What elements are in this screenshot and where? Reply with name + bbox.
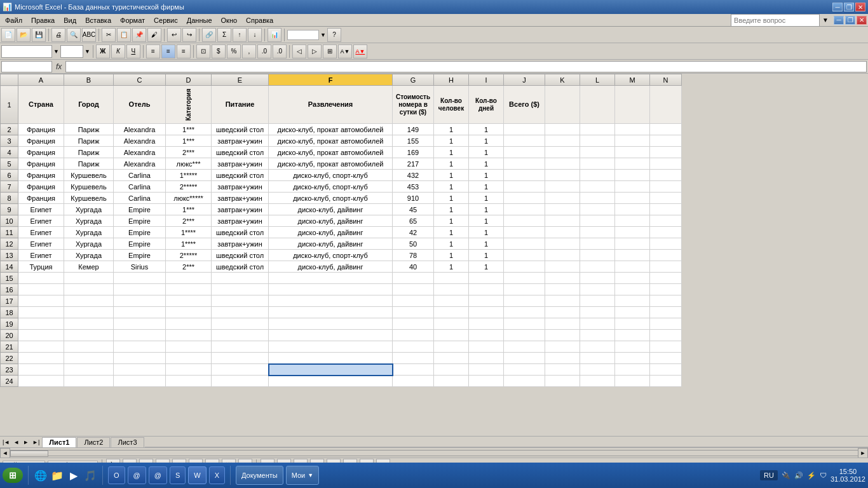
ie-icon[interactable]: 🌐	[34, 468, 48, 482]
scroll-right-btn[interactable]: ►	[858, 448, 868, 458]
col-header-g[interactable]: G	[393, 74, 434, 86]
empty-cell[interactable]	[434, 307, 469, 318]
empty-cell[interactable]	[469, 330, 504, 341]
empty-cell[interactable]	[269, 273, 393, 284]
row-num-18[interactable]: 18	[1, 307, 18, 318]
cell-i[interactable]: 1	[469, 135, 504, 147]
cell-j[interactable]	[504, 170, 545, 181]
cell-g[interactable]: 453	[393, 181, 434, 193]
col-g-label[interactable]: Стоимость номера в сутки ($)	[393, 86, 434, 124]
cell-h[interactable]: 1	[434, 227, 469, 238]
cell-g[interactable]: 149	[393, 124, 434, 135]
cell-g[interactable]: 65	[393, 215, 434, 227]
col-header-f[interactable]: F	[269, 74, 393, 86]
menu-window[interactable]: Окно	[217, 16, 241, 25]
menu-edit[interactable]: Правка	[27, 16, 58, 25]
preview-button[interactable]: 🔍	[67, 28, 81, 42]
sheet-nav-last[interactable]: ►|	[31, 439, 41, 445]
start-button[interactable]: ⊞	[3, 468, 23, 483]
cell-m[interactable]	[615, 204, 650, 215]
cell-a[interactable]: Египет	[18, 204, 64, 215]
empty-cell[interactable]	[615, 330, 650, 341]
menu-file[interactable]: Файл	[1, 16, 26, 25]
cell-f[interactable]: диско-клуб, прокат автомобилей	[269, 158, 393, 170]
col-header-l[interactable]: L	[580, 74, 615, 86]
empty-cell[interactable]	[18, 341, 64, 353]
empty-cell[interactable]	[18, 295, 64, 307]
empty-cell[interactable]	[650, 307, 682, 318]
cell-a[interactable]: Франция	[18, 170, 64, 181]
font-size-input[interactable]: 8	[60, 45, 83, 58]
cell-k[interactable]	[545, 181, 580, 193]
cell-m[interactable]	[615, 261, 650, 273]
restore-button[interactable]: ❐	[844, 3, 854, 11]
cell-j[interactable]	[504, 158, 545, 170]
copy-button[interactable]: 📋	[117, 28, 131, 42]
cell-h[interactable]: 1	[434, 181, 469, 193]
empty-cell[interactable]	[166, 330, 212, 341]
row-num-24[interactable]: 24	[1, 376, 18, 387]
empty-cell[interactable]	[114, 364, 166, 376]
cell-l[interactable]	[580, 215, 615, 227]
cell-f[interactable]: диско-клуб, спорт-клуб	[269, 170, 393, 181]
cell-l[interactable]	[580, 181, 615, 193]
cell-f[interactable]: диско-клуб, дайвинг	[269, 227, 393, 238]
cell-k[interactable]	[545, 124, 580, 135]
empty-cell[interactable]	[166, 273, 212, 284]
cell-n[interactable]	[650, 204, 682, 215]
cell-e[interactable]: завтрак+ужин	[212, 158, 269, 170]
cell-f[interactable]: диско-клуб, прокат автомобилей	[269, 147, 393, 158]
cell-k[interactable]	[545, 238, 580, 250]
cell-k[interactable]	[545, 261, 580, 273]
row-num-17[interactable]: 17	[1, 295, 18, 307]
empty-cell[interactable]	[504, 307, 545, 318]
taskbar-opera-icon[interactable]: O	[108, 466, 125, 484]
cell-j[interactable]	[504, 124, 545, 135]
cell-j[interactable]	[504, 181, 545, 193]
col-header-d[interactable]: D	[166, 74, 212, 86]
cell-i[interactable]: 1	[469, 158, 504, 170]
empty-cell[interactable]	[469, 353, 504, 364]
empty-cell[interactable]	[393, 376, 434, 387]
sheet-tab-3[interactable]: Лист3	[111, 437, 144, 447]
cell-g[interactable]: 45	[393, 204, 434, 215]
menu-tools[interactable]: Сервис	[150, 16, 182, 25]
cell-d[interactable]: 1***	[166, 135, 212, 147]
align-left-button[interactable]: ≡	[146, 44, 160, 58]
empty-cell[interactable]	[64, 353, 114, 364]
cell-h[interactable]: 1	[434, 170, 469, 181]
cell-d[interactable]: 2***	[166, 147, 212, 158]
cell-b[interactable]: Париж	[64, 147, 114, 158]
empty-cell[interactable]	[469, 376, 504, 387]
empty-cell[interactable]	[393, 295, 434, 307]
sort-asc-button[interactable]: ↑	[233, 28, 247, 42]
taskbar-my-item[interactable]: Мои ▼	[286, 466, 319, 485]
cell-d[interactable]: 1***	[166, 124, 212, 135]
cell-d[interactable]: 2*****	[166, 181, 212, 193]
row-num-20[interactable]: 20	[1, 330, 18, 341]
cell-c[interactable]: Empire	[114, 238, 166, 250]
cell-l[interactable]	[580, 135, 615, 147]
cell-n[interactable]	[650, 158, 682, 170]
font-color-button[interactable]: A▼	[353, 44, 367, 58]
cell-l[interactable]	[580, 158, 615, 170]
currency-button[interactable]: $	[212, 44, 226, 58]
empty-cell[interactable]	[545, 273, 580, 284]
cell-h[interactable]: 1	[434, 250, 469, 261]
empty-cell[interactable]	[615, 284, 650, 295]
cell-l[interactable]	[580, 147, 615, 158]
cell-j[interactable]	[504, 261, 545, 273]
taskbar-mail-icon[interactable]: @	[128, 466, 146, 484]
empty-cell[interactable]	[269, 376, 393, 387]
empty-cell[interactable]	[545, 364, 580, 376]
cell-k[interactable]	[545, 193, 580, 204]
zoom-dropdown-icon[interactable]: ▼	[320, 32, 326, 38]
cell-h[interactable]: 1	[434, 124, 469, 135]
thousands-button[interactable]: ,	[242, 44, 256, 58]
italic-button[interactable]: К	[111, 44, 125, 58]
empty-cell[interactable]	[545, 341, 580, 353]
help-button[interactable]: ?	[327, 28, 341, 42]
cell-a[interactable]: Франция	[18, 135, 64, 147]
empty-cell[interactable]	[469, 364, 504, 376]
empty-cell[interactable]	[615, 353, 650, 364]
